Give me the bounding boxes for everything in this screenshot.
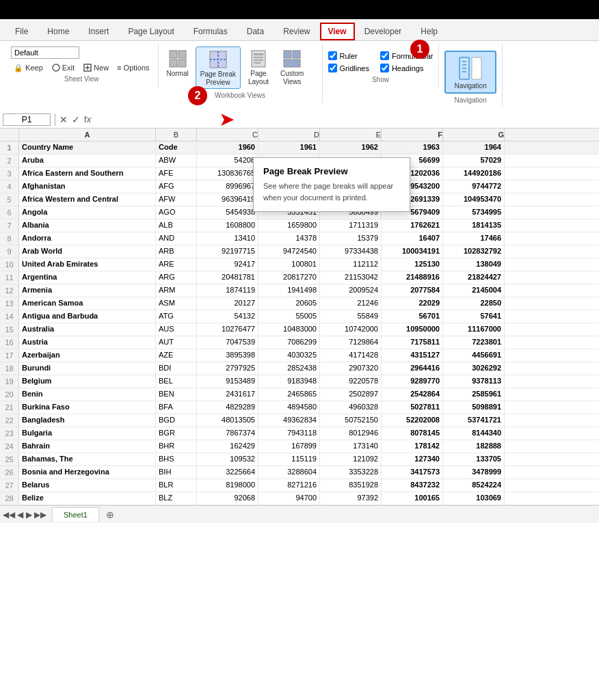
cell-country[interactable]: Australia <box>19 323 156 336</box>
cell-1964[interactable]: 9744772 <box>443 180 505 193</box>
cell-1964[interactable]: 104953470 <box>443 193 505 206</box>
cell-1962[interactable]: 7129864 <box>320 336 382 349</box>
cancel-formula-icon[interactable]: ✕ <box>59 114 68 125</box>
cell-1964[interactable]: 1964 <box>443 142 505 154</box>
cell-1960[interactable]: 1960 <box>197 142 258 154</box>
cell-code[interactable]: ARG <box>156 271 197 284</box>
tab-file[interactable]: File <box>5 23 38 40</box>
cell-country[interactable]: United Arab Emirates <box>19 258 156 271</box>
cell-1964[interactable]: 103069 <box>443 492 505 504</box>
cell-1964[interactable]: 22850 <box>443 297 505 310</box>
cell-1961[interactable]: 2852438 <box>258 362 320 375</box>
cell-country[interactable]: Benin <box>19 388 156 401</box>
cell-1963[interactable]: 1963 <box>382 142 443 154</box>
cell-1960[interactable]: 54208 <box>197 154 258 167</box>
cell-1960[interactable]: 8996967 <box>197 180 258 193</box>
cell-1961[interactable]: 7086299 <box>258 336 320 349</box>
cell-1961[interactable]: 4030325 <box>258 349 320 362</box>
cell-code[interactable]: BEN <box>156 388 197 401</box>
cell-1960[interactable]: 1608800 <box>197 219 258 232</box>
cell-1963[interactable]: 100165 <box>382 492 443 504</box>
cell-1961[interactable]: 1961 <box>258 142 320 154</box>
cell-code[interactable]: BLR <box>156 479 197 492</box>
cell-1963[interactable]: 22029 <box>382 297 443 310</box>
cell-country[interactable]: Africa Eastern and Southern <box>19 167 156 180</box>
headings-checkbox[interactable] <box>380 64 389 72</box>
cell-1961[interactable]: 4894580 <box>258 401 320 414</box>
cell-1960[interactable]: 130836765 <box>197 167 258 180</box>
cell-code[interactable]: BFA <box>156 401 197 414</box>
cell-1964[interactable]: 138049 <box>443 258 505 271</box>
tab-help[interactable]: Help <box>411 23 447 40</box>
cell-country[interactable]: Africa Western and Central <box>19 193 156 206</box>
cell-1960[interactable]: 7047539 <box>197 336 258 349</box>
formula-bar-checkbox[interactable] <box>380 51 389 60</box>
cell-1960[interactable]: 20481781 <box>197 271 258 284</box>
cell-1960[interactable]: 13410 <box>197 232 258 245</box>
cell-1963[interactable]: 2542864 <box>382 388 443 401</box>
cell-country[interactable]: Aruba <box>19 154 156 167</box>
tab-data[interactable]: Data <box>237 23 274 40</box>
cell-country[interactable]: Belgium <box>19 375 156 388</box>
sheet-nav-arrows[interactable]: ◀◀ ◀ ▶ ▶▶ <box>3 510 46 520</box>
cell-1964[interactable]: 9378113 <box>443 375 505 388</box>
cell-1960[interactable]: 20127 <box>197 297 258 310</box>
cell-1963[interactable]: 10950000 <box>382 323 443 336</box>
cell-1964[interactable]: 57641 <box>443 310 505 323</box>
cell-1961[interactable]: 1659800 <box>258 219 320 232</box>
cell-code[interactable]: AUS <box>156 323 197 336</box>
cell-country[interactable]: Armenia <box>19 284 156 297</box>
tab-view[interactable]: View <box>320 23 355 40</box>
cell-1960[interactable]: 92068 <box>197 492 258 504</box>
cell-code[interactable]: BEL <box>156 375 197 388</box>
cell-1963[interactable]: 16407 <box>382 232 443 245</box>
cell-country[interactable]: Antigua and Barbuda <box>19 310 156 323</box>
cell-1962[interactable]: 121092 <box>320 453 382 466</box>
cell-1963[interactable]: 7175811 <box>382 336 443 349</box>
cell-1964[interactable]: 5098891 <box>443 401 505 414</box>
cell-1960[interactable]: 8198000 <box>197 479 258 492</box>
exit-button[interactable]: Exit <box>49 62 77 74</box>
cell-1961[interactable]: 167899 <box>258 440 320 453</box>
cell-country[interactable]: Bahrain <box>19 440 156 453</box>
options-button[interactable]: ≡ Options <box>114 62 152 73</box>
cell-country[interactable]: American Samoa <box>19 297 156 310</box>
cell-code[interactable]: ATG <box>156 310 197 323</box>
cell-1960[interactable]: 2797925 <box>197 362 258 375</box>
cell-1960[interactable]: 92197715 <box>197 245 258 258</box>
cell-1964[interactable]: 3026292 <box>443 362 505 375</box>
cell-1964[interactable]: 2145004 <box>443 284 505 297</box>
cell-1963[interactable]: 178142 <box>382 440 443 453</box>
headings-checkbox-label[interactable]: Headings <box>380 63 434 73</box>
cell-1964[interactable]: 133705 <box>443 453 505 466</box>
cell-1962[interactable]: 55849 <box>320 310 382 323</box>
cell-1964[interactable]: 11167000 <box>443 323 505 336</box>
cell-1961[interactable]: 2465865 <box>258 388 320 401</box>
cell-1963[interactable]: 1762621 <box>382 219 443 232</box>
cell-1962[interactable]: 4960328 <box>320 401 382 414</box>
cell-country[interactable]: Bahamas, The <box>19 453 156 466</box>
cell-1962[interactable]: 97392 <box>320 492 382 504</box>
cell-1961[interactable]: 7943118 <box>258 427 320 440</box>
cell-1960[interactable]: 1874119 <box>197 284 258 297</box>
cell-1961[interactable]: 49362834 <box>258 414 320 427</box>
cell-1960[interactable]: 4829289 <box>197 401 258 414</box>
tab-review[interactable]: Review <box>274 23 319 40</box>
ruler-checkbox-label[interactable]: Ruler <box>328 51 369 61</box>
cell-1962[interactable]: 21246 <box>320 297 382 310</box>
cell-1963[interactable]: 21488916 <box>382 271 443 284</box>
add-sheet-button[interactable]: ⊕ <box>101 507 120 523</box>
cell-1960[interactable]: 96396419 <box>197 193 258 206</box>
cell-1964[interactable]: 7223801 <box>443 336 505 349</box>
cell-1961[interactable]: 94724540 <box>258 245 320 258</box>
cell-code[interactable]: AUT <box>156 336 197 349</box>
cell-1961[interactable]: 3288604 <box>258 466 320 479</box>
cell-code[interactable]: BDI <box>156 362 197 375</box>
keep-button[interactable]: 🔒 Keep <box>11 62 46 74</box>
cell-1964[interactable]: 57029 <box>443 154 505 167</box>
cell-1963[interactable]: 8437232 <box>382 479 443 492</box>
cell-1963[interactable]: 3417573 <box>382 466 443 479</box>
cell-1962[interactable]: 8012946 <box>320 427 382 440</box>
cell-code[interactable]: BGD <box>156 414 197 427</box>
cell-1963[interactable]: 127340 <box>382 453 443 466</box>
